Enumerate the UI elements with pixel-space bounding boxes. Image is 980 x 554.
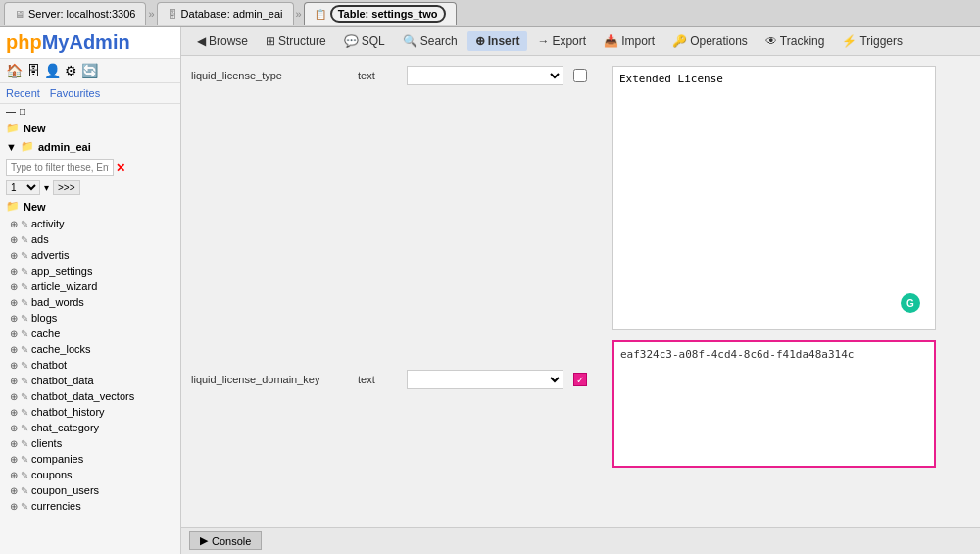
sql-btn[interactable]: 💬 SQL xyxy=(336,31,393,51)
structure-btn[interactable]: ⊞ Structure xyxy=(258,31,334,51)
plus-icon-chatbot-history: ⊕ xyxy=(10,407,18,418)
table-item-chat-category[interactable]: ⊕ ✎ chat_category xyxy=(0,420,180,435)
table-item-chatbot[interactable]: ⊕ ✎ chatbot xyxy=(0,357,180,373)
table-item-advertis[interactable]: ⊕ ✎ advertis xyxy=(0,247,180,263)
new-top-item[interactable]: 📁 New xyxy=(0,119,180,137)
table-item-chatbot-history[interactable]: ⊕ ✎ chatbot_history xyxy=(0,404,180,420)
table-label-chatbot-history: chatbot_history xyxy=(31,406,105,418)
table-item-chatbot-data-vectors[interactable]: ⊕ ✎ chatbot_data_vectors xyxy=(0,388,180,404)
triggers-icon: ⚡ xyxy=(842,34,857,48)
plus-icon-chatbot-data: ⊕ xyxy=(10,376,18,386)
sidebar-logo-area: phpMyAdmin xyxy=(0,27,180,59)
tracking-btn[interactable]: 👁 Tracking xyxy=(758,31,833,51)
table-label-article-wizard: article_wizard xyxy=(31,280,97,292)
browse-label: Browse xyxy=(209,34,248,48)
textarea-liquid-license-type[interactable]: Extended License xyxy=(612,66,936,330)
console-label: Console xyxy=(212,535,251,547)
refresh-icon[interactable]: 🔄 xyxy=(81,63,98,78)
plus-icon-chat-category: ⊕ xyxy=(10,423,18,433)
nav-next-btn[interactable]: >>> xyxy=(53,180,80,195)
table-item-currencies[interactable]: ⊕ ✎ currencies xyxy=(0,498,180,514)
sidebar-icons-row: 🏠 🗄 👤 ⚙ 🔄 xyxy=(0,59,180,83)
browser-tab-bar: 🖥 Server: localhost:3306 » 🗄 Database: a… xyxy=(0,0,980,27)
field-select-liquid-license-domain-key[interactable] xyxy=(407,370,564,389)
home-icon[interactable]: 🏠 xyxy=(6,63,23,78)
logo-myadmin-text: MyAdmin xyxy=(42,31,130,53)
table-label-clients: clients xyxy=(31,437,62,449)
tracking-icon: 👁 xyxy=(765,34,777,48)
table-item-ads[interactable]: ⊕ ✎ ads xyxy=(0,231,180,247)
table-item-article-wizard[interactable]: ⊕ ✎ article_wizard xyxy=(0,278,180,294)
table-item-bad-words[interactable]: ⊕ ✎ bad_words xyxy=(0,294,180,310)
edit-icon-app-settings: ✎ xyxy=(21,266,28,277)
logo-php-text: php xyxy=(6,31,42,53)
page-select[interactable]: 1 xyxy=(6,180,40,195)
table-item-coupon-users[interactable]: ⊕ ✎ coupon_users xyxy=(0,482,180,498)
field-null-checkbox-liquid-license-type[interactable] xyxy=(573,69,587,82)
field-null-checkbox-liquid-license-domain-key[interactable]: ✓ xyxy=(573,373,587,386)
plus-icon-chatbot: ⊕ xyxy=(10,360,18,371)
recent-link[interactable]: Recent xyxy=(6,87,40,99)
table-item-activity[interactable]: ⊕ ✎ activity xyxy=(0,216,180,231)
table-item-chatbot-data[interactable]: ⊕ ✎ chatbot_data xyxy=(0,373,180,388)
browse-btn[interactable]: ◀ Browse xyxy=(189,31,256,51)
filter-row: ✕ xyxy=(0,156,180,178)
filter-clear-btn[interactable]: ✕ xyxy=(116,161,125,175)
table-item-cache-locks[interactable]: ⊕ ✎ cache_locks xyxy=(0,341,180,357)
grammarly-icon-1: G xyxy=(901,293,920,313)
table-item-cache[interactable]: ⊕ ✎ cache xyxy=(0,326,180,341)
operations-icon: 🔑 xyxy=(672,34,687,48)
edit-icon-chat-category: ✎ xyxy=(21,423,28,433)
table-item-clients[interactable]: ⊕ ✎ clients xyxy=(0,435,180,451)
favourites-link[interactable]: Favourites xyxy=(50,87,100,99)
server-tab-label: Server: localhost:3306 xyxy=(28,8,135,20)
expand-icon[interactable]: □ xyxy=(20,106,25,117)
sql-label: SQL xyxy=(362,34,385,48)
console-bar: ▶ Console xyxy=(181,527,980,554)
page-num: ▾ xyxy=(44,182,49,193)
database-tab-label: Database: admin_eai xyxy=(181,8,283,20)
operations-btn[interactable]: 🔑 Operations xyxy=(664,31,756,51)
textarea-container-2: eaf324c3-a08f-4cd4-8c6d-f41da48a314c xyxy=(612,340,936,471)
table-label-bad-words: bad_words xyxy=(31,296,84,308)
server-tab[interactable]: 🖥 Server: localhost:3306 xyxy=(4,2,146,25)
triggers-btn[interactable]: ⚡ Triggers xyxy=(834,31,910,51)
search-btn[interactable]: 🔍 Search xyxy=(395,31,466,51)
structure-icon: ⊞ xyxy=(266,34,275,48)
console-btn[interactable]: ▶ Console xyxy=(189,531,262,550)
table-label-ads: ads xyxy=(31,233,49,245)
table-tab-icon: 📋 xyxy=(315,9,326,20)
table-item-app-settings[interactable]: ⊕ ✎ app_settings xyxy=(0,263,180,278)
database-icon[interactable]: 🗄 xyxy=(26,63,40,78)
settings-icon[interactable]: ⚙ xyxy=(65,63,77,78)
phpmyadmin-logo: phpMyAdmin xyxy=(6,31,130,54)
pagination-row: 1 ▾ >>> xyxy=(0,178,180,197)
table-label-currencies: currencies xyxy=(31,500,81,512)
filter-input[interactable] xyxy=(6,159,114,176)
field-select-liquid-license-type[interactable] xyxy=(407,66,564,85)
plus-icon-advertis: ⊕ xyxy=(10,250,18,261)
import-btn[interactable]: 📥 Import xyxy=(596,31,662,51)
edit-icon-clients: ✎ xyxy=(21,438,28,449)
export-icon: → xyxy=(537,34,549,48)
collapse-icon[interactable]: — xyxy=(6,106,16,117)
edit-icon-cache: ✎ xyxy=(21,328,28,339)
table-tab[interactable]: 📋 Table: settings_two xyxy=(304,2,457,25)
db-item-admin-eai[interactable]: ▼ 📁 admin_eai xyxy=(0,137,180,156)
table-item-coupons[interactable]: ⊕ ✎ coupons xyxy=(0,467,180,482)
plus-icon-coupons: ⊕ xyxy=(10,470,18,480)
import-label: Import xyxy=(621,34,655,48)
insert-btn[interactable]: ⊕ Insert xyxy=(467,31,528,51)
edit-icon-companies: ✎ xyxy=(21,454,28,465)
plus-icon-blogs: ⊕ xyxy=(10,313,18,324)
database-tab[interactable]: 🗄 Database: admin_eai xyxy=(157,2,294,25)
edit-icon-activity: ✎ xyxy=(21,219,28,229)
textarea-liquid-license-domain-key[interactable]: eaf324c3-a08f-4cd4-8c6d-f41da48a314c xyxy=(612,340,936,468)
table-label-coupons: coupons xyxy=(31,469,73,480)
table-label-activity: activity xyxy=(31,218,65,229)
export-btn[interactable]: → Export xyxy=(529,31,594,51)
db-new-item[interactable]: 📁 New xyxy=(0,197,180,216)
table-item-companies[interactable]: ⊕ ✎ companies xyxy=(0,451,180,467)
table-item-blogs[interactable]: ⊕ ✎ blogs xyxy=(0,310,180,326)
user-icon[interactable]: 👤 xyxy=(44,63,61,78)
